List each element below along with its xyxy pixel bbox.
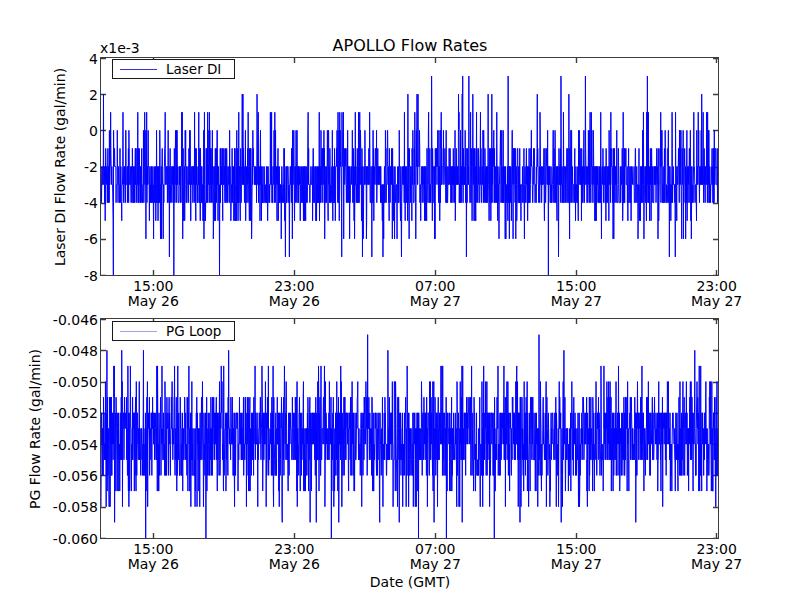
pg-x-tick-label: 23:00May 26	[244, 542, 344, 572]
pg-y-tick-label: -0.060	[20, 531, 98, 547]
pg-plot-area: PG Loop	[100, 318, 719, 539]
laser-legend-line-sample	[120, 69, 157, 70]
pg-y-tick-label: -0.058	[20, 499, 98, 515]
pg-x-tick-label: 23:00May 27	[667, 542, 767, 572]
figure: APOLLO Flow Rates x1e-3 Laser DI Flow Ra…	[0, 0, 800, 600]
pg-y-tick-label: -0.054	[20, 437, 98, 453]
pg-legend: PG Loop	[112, 321, 235, 341]
laser-x-tick-label: 07:00May 27	[385, 279, 485, 309]
pg-y-tick-label: -0.048	[20, 343, 98, 359]
pg-y-tick-label: -0.056	[20, 468, 98, 484]
laser-legend: Laser DI	[112, 59, 235, 79]
laser-y-tick-label: -8	[20, 268, 98, 284]
pg-legend-label: PG Loop	[166, 323, 221, 339]
laser-x-tick-label: 23:00May 27	[667, 279, 767, 309]
pg-legend-line-sample	[120, 331, 157, 332]
laser-x-tick-label: 15:00May 26	[103, 279, 203, 309]
y-offset-multiplier-label: x1e-3	[100, 40, 140, 56]
chart-title: APOLLO Flow Rates	[100, 36, 720, 55]
pg-y-tick-label: -0.046	[20, 312, 98, 328]
x-axis-label: Date (GMT)	[100, 574, 720, 590]
laser-y-tick-label: -4	[20, 195, 98, 211]
laser-x-tick-label: 15:00May 27	[526, 279, 626, 309]
pg-y-tick-label: -0.050	[20, 374, 98, 390]
laser-x-tick-label: 23:00May 26	[244, 279, 344, 309]
laser-y-tick-label: -6	[20, 231, 98, 247]
laser-data-series	[101, 58, 718, 275]
laser-plot-area: Laser DI	[100, 57, 719, 276]
laser-y-tick-label: 0	[20, 123, 98, 139]
laser-y-tick-label: 4	[20, 51, 98, 67]
pg-y-tick-label: -0.052	[20, 405, 98, 421]
pg-x-tick-label: 15:00May 27	[526, 542, 626, 572]
pg-data-series	[101, 319, 718, 538]
pg-x-tick-label: 07:00May 27	[385, 542, 485, 572]
pg-x-tick-label: 15:00May 26	[103, 542, 203, 572]
laser-y-tick-label: 2	[20, 87, 98, 103]
laser-y-tick-label: -2	[20, 159, 98, 175]
laser-legend-label: Laser DI	[166, 61, 221, 77]
